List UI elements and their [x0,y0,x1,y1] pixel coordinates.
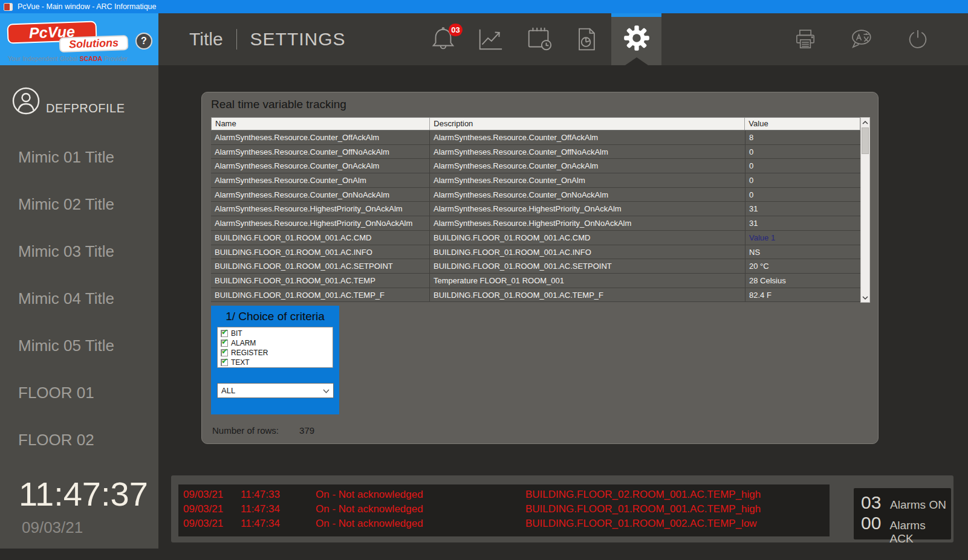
cell-value: NS [745,245,860,259]
report-button[interactable] [570,13,603,65]
cell-name: BUILDING.FLOOR_01.ROOM_001.AC.TEMP_F [211,288,430,302]
tagline-scada: SCADA [80,55,102,62]
table-row[interactable]: AlarmSyntheses.Resource.HighestPriority_… [211,202,860,216]
alarms-button[interactable] [426,13,460,65]
scrollbar-thumb[interactable] [862,127,869,154]
table-row[interactable]: AlarmSyntheses.Resource.Counter_OnAlm Al… [211,173,860,188]
cell-description: AlarmSyntheses.Resource.Counter_OnAlm [430,173,745,187]
table-row[interactable]: BUILDING.FLOOR_01.ROOM_001.AC.TEMP_F BUI… [211,288,860,303]
checkbox-label: ALARM [231,339,256,347]
cell-name: BUILDING.FLOOR_01.ROOM_001.AC.INFO [211,245,430,259]
alarm-row[interactable]: 09/03/21 11:47:34 On - Not acknowledged … [178,502,830,517]
cell-name: BUILDING.FLOOR_01.ROOM_001.AC.SETPOINT [211,259,430,273]
print-button[interactable] [788,13,822,65]
criteria-checkbox-row[interactable]: ✔ ALARM [221,338,333,348]
tab-notch [625,57,648,65]
tab-settings[interactable] [611,13,661,65]
scroll-down-button[interactable] [861,293,869,302]
checkbox-icon[interactable]: ✔ [221,340,228,347]
checkbox-icon[interactable]: ✔ [221,349,228,356]
checkbox-label: TEXT [231,358,250,367]
power-button[interactable] [901,13,935,65]
table-row[interactable]: AlarmSyntheses.Resource.Counter_OffNoAck… [211,145,860,159]
cell-name: AlarmSyntheses.Resource.Counter_OffNoAck… [211,145,430,159]
power-icon [906,27,930,51]
table-row[interactable]: AlarmSyntheses.Resource.HighestPriority_… [211,216,860,231]
checkbox-icon[interactable]: ✔ [221,330,228,337]
sidebar-item[interactable]: Mimic 01 Title [0,134,158,181]
type-filter-value: ALL [221,386,235,395]
table-row[interactable]: BUILDING.FLOOR_01.ROOM_001.AC.TEMP Tempe… [211,274,860,288]
type-filter-select[interactable]: ALL [217,383,334,398]
cell-name: BUILDING.FLOOR_01.ROOM_001.AC.CMD [211,231,430,245]
alarm-status: On - Not acknowledged [316,488,525,502]
alarm-banner: 09/03/21 11:47:33 On - Not acknowledged … [171,475,953,542]
language-icon [848,27,874,52]
sidebar-item[interactable]: Mimic 05 Title [0,322,158,369]
profile[interactable]: DEFPROFILE [12,87,125,117]
table-row[interactable]: AlarmSyntheses.Resource.Counter_OnNoAckA… [211,188,860,202]
cell-value: 0 [745,159,860,173]
sidebar: DEFPROFILE Mimic 01 TitleMimic 02 TitleM… [0,65,158,549]
alarm-status: On - Not acknowledged [316,502,525,517]
selected-tab-indicator [611,13,661,17]
table-row[interactable]: AlarmSyntheses.Resource.Counter_OnAckAlm… [211,159,860,173]
criteria-checkbox-row[interactable]: ✔ REGISTER [221,348,333,358]
table-row[interactable]: BUILDING.FLOOR_01.ROOM_001.AC.INFO BUILD… [211,245,860,260]
trend-chart-icon [476,25,504,53]
alarm-time: 11:47:33 [241,488,316,502]
table-row[interactable]: AlarmSyntheses.Resource.Counter_OffAckAl… [211,130,860,145]
alarm-date: 09/03/21 [183,488,241,502]
scroll-up-button[interactable] [861,118,869,127]
sidebar-item[interactable]: FLOOR 01 [0,369,158,416]
criteria-checkbox-row[interactable]: ✔ BIT [221,329,333,338]
sidebar-item[interactable]: FLOOR 02 [0,416,158,463]
column-header-value[interactable]: Value [745,118,860,130]
table-body: AlarmSyntheses.Resource.Counter_OffAckAl… [211,130,860,302]
table-row[interactable]: BUILDING.FLOOR_01.ROOM_001.AC.CMD BUILDI… [211,231,860,245]
alarm-list: 09/03/21 11:47:33 On - Not acknowledged … [178,484,830,536]
sidebar-item[interactable]: Mimic 04 Title [0,275,158,322]
printer-icon [793,27,817,51]
table-row[interactable]: BUILDING.FLOOR_01.ROOM_001.AC.SETPOINT B… [211,259,860,274]
sidebar-item[interactable]: Mimic 02 Title [0,181,158,228]
help-button[interactable]: ? [135,33,152,50]
alarm-counter-label: Alarms ON [890,498,946,512]
alarm-row[interactable]: 09/03/21 11:47:34 On - Not acknowledged … [178,517,830,531]
checkbox-icon[interactable]: ✔ [221,359,228,366]
table-scrollbar[interactable] [860,117,870,303]
row-count-value: 379 [299,425,314,436]
cell-name: AlarmSyntheses.Resource.HighestPriority_… [211,202,430,216]
alarm-count-badge: 03 [449,24,463,36]
checkmark-icon: ✔ [221,327,228,336]
cell-name: AlarmSyntheses.Resource.Counter_OnAlm [211,173,430,187]
trends-button[interactable] [473,13,507,65]
criteria-box: 1/ Choice of criteria ✔ BIT ✔ ALARM ✔ RE… [211,306,339,414]
brand-logo: PcVue Solutions Your Independent Global … [0,13,158,65]
alarm-time: 11:47:34 [241,502,316,517]
scheduler-button[interactable] [522,13,556,65]
cell-value: Value 1 [745,231,860,245]
sidebar-item[interactable]: Mimic 03 Title [0,228,158,275]
alarm-counters: 03 Alarms ON 00 Alarms ACK [854,488,951,539]
language-button[interactable] [844,13,878,65]
alarm-counter-value: 03 [861,492,890,513]
criteria-checkbox-row[interactable]: ✔ TEXT [221,358,333,367]
cell-name: AlarmSyntheses.Resource.Counter_OffAckAl… [211,130,430,144]
row-count: Number of rows: 379 [212,425,314,436]
cell-description: AlarmSyntheses.Resource.Counter_OffAckAl… [430,130,745,144]
cell-name: AlarmSyntheses.Resource.Counter_OnAckAlm [211,159,430,173]
alarm-row[interactable]: 09/03/21 11:47:33 On - Not acknowledged … [178,488,830,502]
variable-table: Name Description Value AlarmSyntheses.Re… [211,117,860,302]
nav-divider [236,29,237,50]
section-title: SETTINGS [250,29,346,50]
alarm-time: 11:47:34 [241,517,316,531]
column-header-name[interactable]: Name [212,118,430,130]
checkmark-icon: ✔ [221,356,228,365]
cell-value: 31 [745,216,860,230]
cell-value: 0 [745,188,860,202]
clock-time: 11:47:37 [19,477,148,511]
column-header-description[interactable]: Description [430,118,745,130]
tracking-panel-title: Real time variable tracking [211,98,346,111]
cell-name: AlarmSyntheses.Resource.Counter_OnNoAckA… [211,188,430,202]
